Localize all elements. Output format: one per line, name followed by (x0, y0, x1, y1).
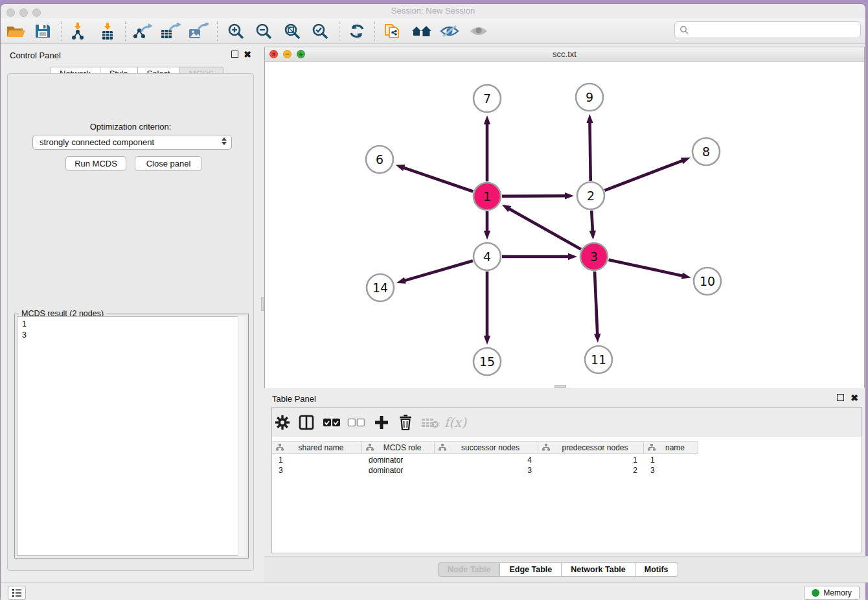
close-table-panel-icon[interactable]: ✖ (851, 395, 858, 402)
cell-predecessor-nodes[interactable]: 1 (538, 455, 644, 465)
column-header-shared-name[interactable]: shared name (272, 441, 362, 454)
edge-1-6[interactable] (403, 167, 473, 191)
node-14[interactable]: 14 (367, 274, 394, 301)
close-panel-button[interactable]: Close panel (135, 156, 202, 171)
edge-4-14[interactable] (404, 260, 472, 281)
export-table-icon[interactable] (159, 20, 182, 42)
node-2[interactable]: 2 (577, 182, 604, 209)
search-box[interactable] (674, 21, 861, 38)
edge-arrow-1-2 (565, 192, 574, 199)
table-tabs-strip: Node TableEdge TableNetwork TableMotifs (264, 556, 868, 583)
node-4[interactable]: 4 (474, 243, 501, 270)
cell-MCDS-role[interactable]: dominator (362, 465, 435, 476)
float-panel-icon[interactable] (231, 51, 238, 58)
open-session-icon[interactable] (4, 20, 27, 42)
column-header-predecessor-nodes[interactable]: predecessor nodes (538, 441, 644, 454)
export-network-icon[interactable] (131, 20, 154, 42)
node-6[interactable]: 6 (366, 146, 393, 173)
export-image-icon[interactable] (187, 20, 210, 42)
edge-2-9[interactable] (590, 122, 591, 181)
cell-MCDS-role[interactable]: dominator (362, 455, 435, 465)
table-toolbar: f(x) (272, 408, 862, 437)
cell-successor-nodes[interactable]: 3 (435, 465, 538, 476)
network-canvas[interactable]: 7968124314101511 (265, 62, 864, 388)
cell-successor-nodes[interactable]: 4 (435, 455, 538, 465)
edge-arrow-3-11 (594, 334, 600, 343)
tab-network-table[interactable]: Network Table (562, 562, 635, 577)
mcds-result-text[interactable]: 1 3 (17, 316, 246, 556)
toolbar-separator (125, 21, 126, 41)
node-3[interactable]: 3 (580, 243, 608, 270)
search-icon (680, 25, 689, 35)
edge-3-10[interactable] (608, 260, 683, 276)
memory-button[interactable]: Memory (804, 586, 860, 600)
edge-3-11[interactable] (595, 271, 597, 335)
float-table-panel-icon[interactable] (837, 394, 844, 401)
run-mcds-button[interactable]: Run MCDS (65, 156, 126, 171)
edge-3-1[interactable] (508, 209, 581, 249)
tab-node-table[interactable]: Node Table (438, 562, 500, 577)
deselect-all-rows-icon[interactable] (346, 412, 367, 433)
refresh-icon[interactable] (345, 20, 369, 42)
node-7[interactable]: 7 (474, 85, 501, 112)
edge-arrow-1-7 (484, 115, 490, 124)
edge-1-2[interactable] (502, 196, 566, 196)
cell-name[interactable]: 3 (644, 465, 698, 476)
node-11[interactable]: 11 (585, 346, 612, 373)
horizontal-splitter-handle[interactable] (554, 385, 566, 388)
vertical-splitter-handle[interactable] (261, 297, 264, 311)
zoom-in-icon[interactable] (224, 20, 247, 42)
cell-name[interactable]: 1 (644, 455, 698, 465)
column-header-name[interactable]: name (644, 441, 698, 454)
close-panel-icon[interactable]: ✖ (244, 51, 251, 58)
dropdown-stepper-icon (222, 137, 227, 145)
tab-edge-table[interactable]: Edge Table (500, 562, 562, 577)
node-1[interactable]: 1 (474, 183, 501, 210)
import-table-icon[interactable] (96, 20, 119, 42)
delete-column-icon[interactable] (395, 412, 416, 433)
list-icon (12, 588, 22, 597)
svg-text:9: 9 (586, 90, 593, 104)
network-view-title: scc.txt (265, 49, 864, 59)
node-15[interactable]: 15 (474, 348, 501, 375)
status-bar: Memory (1, 583, 865, 600)
optimization-criterion-select[interactable]: strongly connected component (32, 135, 232, 150)
cell-shared-name[interactable]: 3 (272, 465, 362, 476)
zoom-selected-icon[interactable] (308, 20, 332, 42)
result-scrollbar[interactable] (238, 316, 246, 556)
table-row[interactable]: 1dominator411 (272, 455, 698, 465)
toolbar-separator (374, 21, 375, 41)
table-row[interactable]: 3dominator323 (272, 465, 698, 476)
hide-selected-icon[interactable] (438, 20, 461, 42)
task-history-button[interactable] (8, 586, 26, 600)
split-panel-icon[interactable] (296, 412, 317, 433)
svg-text:14: 14 (372, 281, 388, 295)
node-8[interactable]: 8 (692, 138, 720, 165)
tree-icon (275, 443, 284, 452)
edge-2-8[interactable] (604, 161, 683, 190)
table-settings-icon[interactable] (272, 412, 293, 433)
duplicate-network-icon[interactable] (381, 20, 404, 42)
svg-text:7: 7 (483, 91, 491, 106)
tree-icon (647, 443, 656, 452)
edge-2-3[interactable] (591, 211, 593, 232)
add-column-icon[interactable] (371, 412, 392, 433)
select-all-rows-icon[interactable] (321, 412, 342, 433)
node-9[interactable]: 9 (576, 84, 603, 111)
edge-arrow-2-8 (681, 157, 691, 164)
cell-predecessor-nodes[interactable]: 2 (538, 465, 644, 476)
column-header-MCDS-role[interactable]: MCDS role (362, 441, 435, 454)
column-header-successor-nodes[interactable]: successor nodes (435, 441, 538, 454)
mcds-result-group: MCDS result (2 nodes) 1 3 (14, 314, 249, 559)
import-network-icon[interactable] (66, 20, 89, 42)
save-session-icon[interactable] (31, 20, 54, 42)
node-10[interactable]: 10 (694, 268, 721, 295)
main-toolbar (1, 18, 865, 44)
tab-motifs[interactable]: Motifs (635, 562, 678, 577)
svg-text:1: 1 (483, 189, 491, 203)
nested-networks-icon[interactable] (410, 20, 433, 42)
zoom-out-icon[interactable] (252, 20, 275, 42)
zoom-fit-icon[interactable] (280, 20, 304, 42)
cell-shared-name[interactable]: 1 (272, 455, 362, 465)
svg-text:4: 4 (483, 249, 491, 264)
